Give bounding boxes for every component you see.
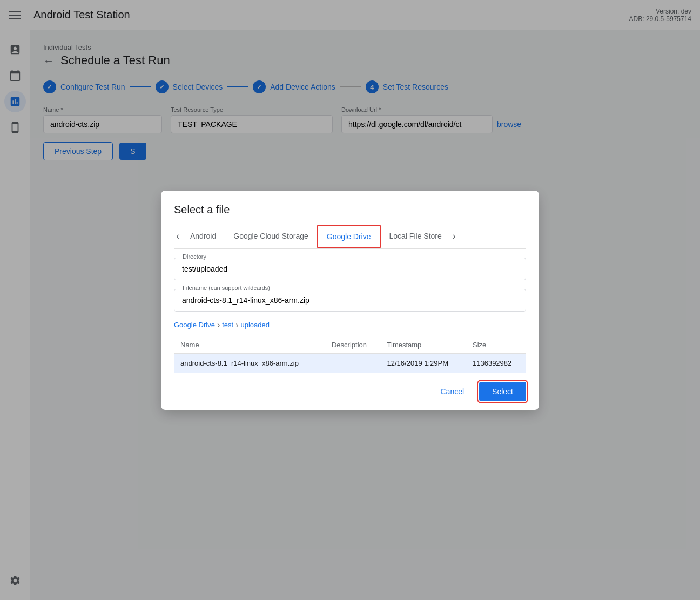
select-button[interactable]: Select	[479, 382, 526, 401]
cell-description	[325, 353, 381, 373]
dialog-title: Select a file	[161, 191, 539, 225]
dialog-footer: Cancel Select	[161, 373, 539, 410]
filename-field: Filename (can support wildcards)	[174, 289, 526, 312]
tabs-prev-button[interactable]: ‹	[174, 226, 181, 246]
col-timestamp: Timestamp	[381, 336, 466, 354]
select-file-dialog: Select a file ‹ Android Google Cloud Sto…	[161, 191, 539, 410]
cell-size: 1136392982	[466, 353, 526, 373]
directory-field: Directory	[174, 258, 526, 280]
path-breadcrumb: Google Drive › test › uploaded	[174, 320, 526, 330]
path-gdrive[interactable]: Google Drive	[174, 321, 215, 329]
tabs-next-button[interactable]: ›	[450, 226, 458, 246]
directory-input[interactable]	[174, 258, 526, 280]
file-table: Name Description Timestamp Size android-…	[174, 336, 526, 373]
path-test[interactable]: test	[222, 321, 233, 329]
cell-name: android-cts-8.1_r14-linux_x86-arm.zip	[174, 353, 325, 373]
tab-gdrive[interactable]: Google Drive	[317, 225, 381, 248]
directory-label: Directory	[180, 253, 208, 260]
tab-gcs[interactable]: Google Cloud Storage	[225, 225, 317, 248]
col-name: Name	[174, 336, 325, 354]
table-row[interactable]: android-cts-8.1_r14-linux_x86-arm.zip 12…	[174, 353, 526, 373]
separator-2: ›	[235, 320, 238, 330]
filename-input[interactable]	[174, 289, 526, 312]
path-uploaded[interactable]: uploaded	[241, 321, 270, 329]
separator-1: ›	[217, 320, 220, 330]
dialog-body: ‹ Android Google Cloud Storage Google Dr…	[161, 225, 539, 373]
cell-timestamp: 12/16/2019 1:29PM	[381, 353, 466, 373]
dialog-overlay: Select a file ‹ Android Google Cloud Sto…	[0, 0, 700, 600]
tab-android[interactable]: Android	[181, 225, 225, 248]
col-size: Size	[466, 336, 526, 354]
cancel-button[interactable]: Cancel	[432, 383, 473, 400]
tabs-container: ‹ Android Google Cloud Storage Google Dr…	[174, 225, 526, 249]
filename-label: Filename (can support wildcards)	[180, 285, 272, 291]
col-description: Description	[325, 336, 381, 354]
tab-local[interactable]: Local File Store	[381, 225, 450, 248]
